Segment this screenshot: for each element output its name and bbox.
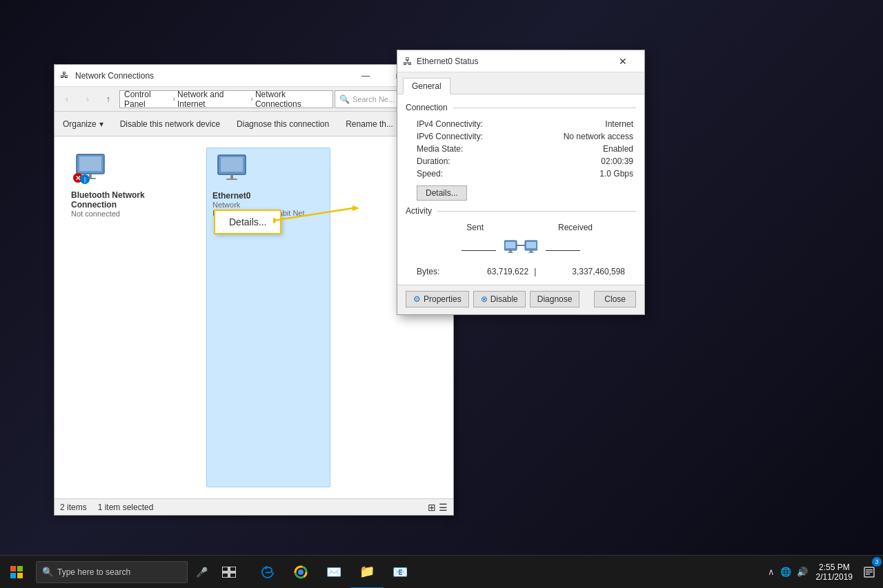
path-networkconnections[interactable]: Network Connections xyxy=(255,90,328,109)
up-button[interactable]: ↑ xyxy=(99,90,118,109)
outlook-app[interactable]: 📧 xyxy=(384,556,417,589)
ethernet-adapter[interactable]: Ethernet0 Network Intel(R) 82574L Gigabi… xyxy=(206,148,330,487)
bluetooth-icon-wrapper: ✕ ᛒ xyxy=(71,153,115,186)
callout-arrow-svg xyxy=(273,201,363,229)
edge-app[interactable] xyxy=(251,556,284,589)
network-tray-icon: 🌐 xyxy=(780,567,791,577)
sent-header: Sent xyxy=(417,223,504,232)
diagnose-button[interactable]: Diagnose this connection xyxy=(231,116,335,132)
path-arrow-1: › xyxy=(173,95,175,103)
disable-button[interactable]: ⊗ Disable xyxy=(473,291,526,307)
bluetooth-name: Bluetooth Network xyxy=(71,190,145,200)
view-icon-2[interactable]: ☰ xyxy=(439,502,448,513)
ethernet-name: Ethernet0 xyxy=(212,191,311,201)
activity-section: Activity Sent Received xyxy=(406,206,636,276)
svg-rect-26 xyxy=(10,573,16,578)
disable-icon: ⊗ xyxy=(481,294,488,304)
activity-header: Sent Received xyxy=(406,221,636,234)
svg-rect-13 xyxy=(506,242,515,248)
taskbar: 🔍 Type here to search 🎤 xyxy=(0,555,883,588)
taskbar-search-placeholder: Type here to search xyxy=(57,567,130,577)
cortana-mic-button[interactable]: 🎤 xyxy=(190,561,212,583)
connection-label: Connection xyxy=(406,103,448,112)
mail-app[interactable]: ✉️ xyxy=(317,556,350,589)
view-icons: ⊞ ☰ xyxy=(428,502,448,513)
svg-rect-24 xyxy=(10,566,16,571)
dialog-tabs: General xyxy=(397,72,644,94)
minimize-button[interactable]: — xyxy=(350,65,381,87)
svg-marker-22 xyxy=(353,205,359,211)
forward-button[interactable]: › xyxy=(78,90,97,109)
organize-button[interactable]: Organize ▾ xyxy=(57,116,109,132)
ipv4-label: IPv4 Connectivity: xyxy=(406,118,533,130)
svg-rect-28 xyxy=(222,567,228,571)
connection-table: IPv4 Connectivity: Internet IPv6 Connect… xyxy=(406,118,636,180)
search-icon: 🔍 xyxy=(339,94,350,104)
svg-rect-18 xyxy=(530,250,533,252)
svg-point-32 xyxy=(298,569,304,575)
action-center-icon xyxy=(864,567,875,578)
taskbar-clock[interactable]: 2:55 PM 2/11/2019 xyxy=(811,556,858,588)
activity-icon-row xyxy=(406,234,636,267)
properties-icon: ⚙ xyxy=(413,294,421,304)
svg-text:ᛒ: ᛒ xyxy=(83,176,87,183)
close-footer-button[interactable]: Close xyxy=(594,291,636,307)
dialog-close-button[interactable]: ✕ xyxy=(607,50,639,72)
start-button[interactable] xyxy=(0,556,33,589)
bluetooth-adapter[interactable]: ✕ ᛒ Bluetooth Network Connection Not con… xyxy=(66,148,190,487)
back-button[interactable]: ‹ xyxy=(57,90,77,109)
path-arrow-2: › xyxy=(251,95,253,103)
bytes-sent: 63,719,622 xyxy=(439,267,534,276)
tray-expand-button[interactable]: ∧ xyxy=(765,556,777,588)
connection-section-header: Connection xyxy=(406,103,636,112)
diagnose-label: Diagnose this connection xyxy=(237,119,329,129)
action-center-button[interactable]: 3 xyxy=(858,556,880,589)
windows-logo-icon xyxy=(10,566,23,578)
svg-rect-17 xyxy=(526,242,536,248)
tray-expand-icon: ∧ xyxy=(768,567,775,577)
bluetooth-status: Not connected xyxy=(71,210,145,218)
duration-label: Duration: xyxy=(406,155,533,168)
disable-label: Disable xyxy=(490,294,518,304)
tray-network-icon[interactable]: 🌐 xyxy=(777,556,794,588)
view-icon-1[interactable]: ⊞ xyxy=(428,502,436,513)
svg-rect-29 xyxy=(230,567,236,571)
sent-arrow xyxy=(406,250,499,251)
desktop: 🖧 Network Connections — □ ✕ ‹ › ↑ Contro… xyxy=(0,0,883,588)
activity-divider xyxy=(437,211,636,212)
search-placeholder: Search Ne... xyxy=(353,95,395,103)
file-explorer-app[interactable]: 📁 xyxy=(350,556,384,589)
svg-rect-9 xyxy=(221,157,243,172)
task-view-icon xyxy=(222,567,236,578)
taskbar-search-icon: 🔍 xyxy=(42,567,53,577)
section-divider xyxy=(453,108,636,108)
path-networkinternet[interactable]: Network and Internet xyxy=(177,90,249,109)
callout-wrapper: Details... xyxy=(214,210,281,234)
bytes-row: Bytes: 63,719,622 | 3,337,460,598 xyxy=(406,267,636,276)
table-row: IPv4 Connectivity: Internet xyxy=(406,118,636,130)
tab-general[interactable]: General xyxy=(403,78,450,94)
network-activity-icon xyxy=(504,238,537,263)
address-path[interactable]: Control Panel › Network and Internet › N… xyxy=(119,90,333,108)
task-view-button[interactable] xyxy=(212,556,246,589)
tray-volume-icon[interactable]: 🔊 xyxy=(794,556,811,588)
bluetooth-info: Bluetooth Network Connection Not connect… xyxy=(71,190,145,218)
taskbar-system: ∧ 🌐 🔊 2:55 PM 2/11/2019 3 xyxy=(765,556,883,588)
svg-rect-25 xyxy=(17,566,23,571)
notification-badge: 3 xyxy=(872,557,882,567)
taskbar-search[interactable]: 🔍 Type here to search xyxy=(36,561,188,583)
svg-rect-39 xyxy=(866,574,870,575)
rename-button[interactable]: Rename th... xyxy=(340,116,399,132)
details-button[interactable]: Details... xyxy=(417,185,467,201)
path-controlpanel[interactable]: Control Panel xyxy=(124,90,171,109)
chrome-icon xyxy=(293,565,308,580)
activity-label: Activity xyxy=(406,206,432,216)
table-row: Speed: 1.0 Gbps xyxy=(406,168,636,180)
chrome-app[interactable] xyxy=(284,556,317,589)
taskbar-apps: ✉️ 📁 📧 xyxy=(251,556,417,588)
bytes-received: 3,337,460,598 xyxy=(536,267,625,276)
callout-box: Details... xyxy=(214,210,281,234)
diagnose-dialog-button[interactable]: Diagnose xyxy=(530,291,580,307)
properties-button[interactable]: ⚙ Properties xyxy=(406,291,469,307)
disable-network-button[interactable]: Disable this network device xyxy=(115,116,226,132)
